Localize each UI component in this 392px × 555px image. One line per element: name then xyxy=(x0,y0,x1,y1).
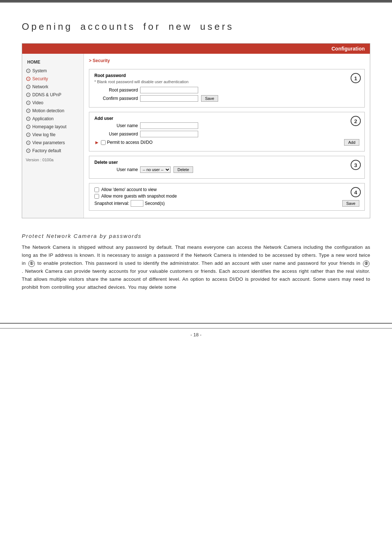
svg-text:+: + xyxy=(28,85,29,89)
sidebar-item-network[interactable]: + Network xyxy=(22,83,83,91)
protect-body-text2: to enable protection. This password is u… xyxy=(37,260,360,266)
allow-guests-checkbox[interactable] xyxy=(94,194,99,199)
snapshot-label: Snapshot interval: xyxy=(94,201,129,206)
sidebar-label-video: Video xyxy=(32,100,43,105)
svg-text:+: + xyxy=(28,69,29,73)
circle-2: 2 xyxy=(351,116,361,126)
allow-guests-label: Allow more guests with snapshot mode xyxy=(101,194,177,199)
circle-4: 4 xyxy=(351,187,361,197)
expand-icon-motion: + xyxy=(26,108,31,113)
confirm-password-label: Confirm password xyxy=(94,96,138,101)
user-password-label: User password xyxy=(94,131,138,137)
snapshot-row: Snapshot interval: 10 Second(s) Save xyxy=(94,200,359,207)
sidebar-item-ddns[interactable]: + DDNS & UPnP xyxy=(22,91,83,99)
allow-demo-checkbox[interactable] xyxy=(94,187,99,192)
breadcrumb: > Security xyxy=(89,57,365,65)
svg-text:+: + xyxy=(28,109,29,113)
protect-body: The Network Camera is shipped without an… xyxy=(22,243,370,292)
inline-circle-1: ① xyxy=(28,260,35,267)
expand-icon-security: + xyxy=(26,76,31,81)
version-text: Version : 0100a xyxy=(22,155,83,165)
sidebar-label-system: System xyxy=(32,68,47,73)
username-label: User name xyxy=(94,123,138,128)
section-demo-snapshot: 4 Allow 'demo' account to view Allow mor… xyxy=(89,183,365,211)
sidebar-item-homepage[interactable]: + Homepage layout xyxy=(22,123,83,131)
svg-text:+: + xyxy=(28,93,29,97)
sidebar-label-viewparams: View parameters xyxy=(32,140,65,145)
allow-demo-label: Allow 'demo' account to view xyxy=(101,187,157,192)
root-password-save-button[interactable]: Save xyxy=(201,95,218,102)
svg-text:+: + xyxy=(28,117,29,121)
delete-username-label: User name xyxy=(94,167,138,172)
expand-icon-ddns: + xyxy=(26,92,31,97)
protect-title: Protect Network Camera by passwords xyxy=(22,233,370,239)
allow-guests-row: Allow more guests with snapshot mode xyxy=(94,194,359,199)
sidebar-label-motion: Motion detection xyxy=(32,108,64,113)
delete-user-button[interactable]: Delete xyxy=(173,166,193,173)
expand-icon-factory: + xyxy=(26,148,31,153)
sidebar-item-viewparams[interactable]: + View parameters xyxy=(22,139,83,147)
username-input[interactable] xyxy=(140,122,198,129)
svg-text:+: + xyxy=(28,141,29,145)
root-password-label: Root password xyxy=(94,88,138,93)
user-password-input[interactable] xyxy=(140,131,198,137)
sidebar-item-factory[interactable]: + Factory default xyxy=(22,147,83,155)
permit-row: ► Permit to access DI/DO Add xyxy=(94,139,359,146)
sidebar-label-security: Security xyxy=(32,76,48,81)
circle-1: 1 xyxy=(351,73,361,83)
section-root-password: 1 Root password * Blank root password wi… xyxy=(89,69,365,108)
root-password-subtitle: * Blank root password will disable user … xyxy=(94,80,359,84)
panel-main: > Security 1 Root password * Blank root … xyxy=(84,54,370,218)
protect-body-text3: . Network Camera can provide twenty acco… xyxy=(22,268,370,290)
expand-icon-video: + xyxy=(26,100,31,105)
svg-text:+: + xyxy=(28,125,29,129)
sidebar-item-security[interactable]: + Security xyxy=(22,75,83,83)
root-password-title: Root password xyxy=(94,73,359,78)
page-number: - 18 - xyxy=(191,332,201,337)
bottom-section: - 18 - xyxy=(0,323,392,337)
sidebar-label-network: Network xyxy=(32,84,48,89)
expand-icon-viewparams: + xyxy=(26,140,31,145)
delete-user-select[interactable]: -- no user -- xyxy=(140,166,171,173)
sidebar-item-video[interactable]: + Video xyxy=(22,99,83,107)
sidebar-item-system[interactable]: + System xyxy=(22,67,83,75)
confirm-password-input[interactable] xyxy=(140,95,198,102)
main-content: Opening accounts for new users Configura… xyxy=(0,14,392,312)
config-header: Configuration xyxy=(22,44,370,54)
add-user-title: Add user xyxy=(94,116,359,121)
section-add-user: 2 Add user User name User password ► Per… xyxy=(89,112,365,151)
svg-text:+: + xyxy=(28,77,29,81)
snapshot-save-button[interactable]: Save xyxy=(342,200,359,207)
expand-icon-network: + xyxy=(26,84,31,89)
inline-circle-2: ② xyxy=(363,260,369,267)
user-password-row: User password xyxy=(94,131,359,137)
sidebar-item-motion[interactable]: + Motion detection xyxy=(22,107,83,115)
sidebar-label-ddns: DDNS & UPnP xyxy=(32,92,61,97)
page-title: Opening accounts for new users xyxy=(22,21,370,32)
allow-demo-row: Allow 'demo' account to view xyxy=(94,187,359,192)
config-panel: Configuration HOME + System + Security xyxy=(22,43,370,218)
svg-text:+: + xyxy=(28,149,29,153)
sidebar-item-application[interactable]: + Application xyxy=(22,115,83,123)
permit-checkbox[interactable] xyxy=(101,140,106,145)
expand-icon-application: + xyxy=(26,116,31,121)
svg-text:+: + xyxy=(28,133,29,137)
snapshot-interval-input[interactable]: 10 xyxy=(131,200,143,207)
section-delete-user: 3 Delete user User name -- no user -- De… xyxy=(89,156,365,179)
add-user-button[interactable]: Add xyxy=(344,139,359,146)
arrow-indicator: ► xyxy=(94,139,99,145)
expand-icon-homepage: + xyxy=(26,124,31,129)
top-line xyxy=(0,2,392,3)
sidebar: HOME + System + Security + xyxy=(22,54,84,218)
username-row: User name xyxy=(94,122,359,129)
circle-3: 3 xyxy=(351,160,361,170)
expand-icon-system: + xyxy=(26,68,31,73)
root-password-row: Root password xyxy=(94,87,359,93)
protect-section: Protect Network Camera by passwords The … xyxy=(22,233,370,292)
sidebar-label-homepage: Homepage layout xyxy=(32,124,66,129)
bottom-line xyxy=(0,328,392,329)
sidebar-item-viewlog[interactable]: + View log file xyxy=(22,131,83,139)
root-password-input[interactable] xyxy=(140,87,198,93)
expand-icon-viewlog: + xyxy=(26,132,31,137)
delete-user-row: User name -- no user -- Delete xyxy=(94,166,359,173)
